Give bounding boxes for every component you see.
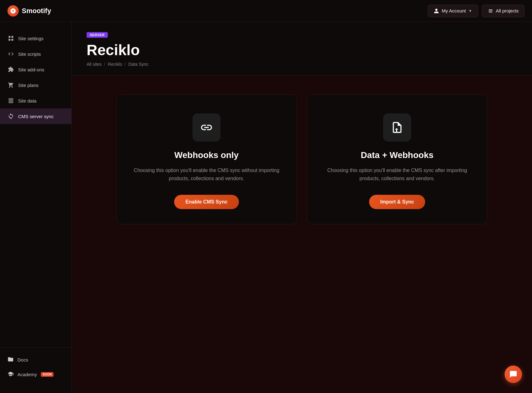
server-badge: SERVER	[87, 32, 108, 38]
sidebar-label-cms-server-sync: CMS server sync	[18, 114, 54, 119]
my-account-button[interactable]: My Account ▼	[428, 5, 478, 17]
graduation-icon	[7, 371, 14, 378]
chat-button[interactable]	[505, 366, 522, 383]
upload-icon-wrapper	[383, 113, 411, 141]
upload-file-icon	[391, 121, 404, 134]
page-title: Reciklo	[87, 41, 517, 59]
webhooks-icon-wrapper	[192, 113, 221, 141]
chevron-down-icon: ▼	[468, 9, 472, 13]
sidebar-item-cms-server-sync[interactable]: CMS server sync	[0, 108, 71, 124]
sync-icon	[7, 113, 14, 120]
breadcrumb-current: Data Sync	[128, 62, 149, 67]
data-webhooks-title: Data + Webhooks	[361, 150, 434, 160]
svg-rect-3	[12, 39, 13, 41]
sidebar-item-site-plans[interactable]: Site plans	[0, 77, 71, 93]
sidebar-footer: Docs Academy SOON	[0, 347, 71, 387]
webhooks-only-title: Webhooks only	[174, 150, 239, 160]
svg-rect-1	[12, 36, 13, 38]
table-icon	[7, 97, 14, 104]
data-webhooks-card: Data + Webhooks Choosing this option you…	[307, 94, 487, 224]
sidebar-item-site-settings[interactable]: Site settings	[0, 31, 71, 46]
app-name: Smootify	[22, 7, 51, 15]
breadcrumb-reciklo[interactable]: Reciklo	[108, 62, 122, 67]
main-content: SERVER Reciklo All sites / Reciklo / Dat…	[72, 22, 532, 393]
cards-container: Webhooks only Choosing this option you'l…	[115, 94, 489, 224]
data-webhooks-desc: Choosing this option you'll enable the C…	[322, 166, 472, 182]
code-icon	[7, 50, 14, 57]
header-right: My Account ▼ All projects	[428, 5, 525, 17]
sidebar-label-academy: Academy	[17, 372, 37, 377]
breadcrumb-sep-2: /	[125, 62, 126, 67]
sidebar-label-site-settings: Site settings	[18, 36, 44, 41]
breadcrumb-all-sites[interactable]: All sites	[87, 62, 102, 67]
all-projects-label: All projects	[496, 8, 519, 13]
soon-badge: SOON	[41, 372, 54, 377]
my-account-label: My Account	[442, 8, 466, 13]
webhooks-only-card: Webhooks only Choosing this option you'l…	[116, 94, 297, 224]
enable-cms-sync-button[interactable]: Enable CMS Sync	[174, 195, 239, 209]
content-area: Webhooks only Choosing this option you'l…	[72, 76, 532, 393]
sidebar-label-site-scripts: Site scripts	[18, 51, 41, 57]
sidebar-label-site-addons: Site add-ons	[18, 67, 44, 72]
sidebar-nav: Site settings Site scripts Site add-ons	[0, 28, 71, 347]
import-sync-button[interactable]: Import & Sync	[369, 195, 425, 209]
webhooks-only-desc: Choosing this option you'll enable the C…	[131, 166, 282, 182]
sidebar-label-docs: Docs	[17, 357, 28, 362]
logo-icon	[7, 5, 19, 17]
sidebar-item-site-addons[interactable]: Site add-ons	[0, 62, 71, 77]
sidebar: Site settings Site scripts Site add-ons	[0, 22, 72, 393]
link-icon	[200, 121, 213, 134]
logo-area: Smootify	[7, 5, 51, 17]
all-projects-button[interactable]: All projects	[482, 5, 525, 17]
header: Smootify My Account ▼ All projects	[0, 0, 532, 22]
breadcrumb: All sites / Reciklo / Data Sync	[87, 62, 517, 67]
svg-rect-2	[9, 39, 11, 41]
cart-icon	[7, 82, 14, 89]
folder-icon	[7, 356, 14, 363]
sidebar-label-site-plans: Site plans	[18, 83, 39, 88]
puzzle-icon	[7, 66, 14, 73]
sidebar-label-site-data: Site data	[18, 98, 36, 103]
sidebar-item-site-scripts[interactable]: Site scripts	[0, 46, 71, 62]
sidebar-item-site-data[interactable]: Site data	[0, 93, 71, 108]
layout: Site settings Site scripts Site add-ons	[0, 22, 532, 393]
sidebar-item-docs[interactable]: Docs	[0, 352, 71, 367]
sidebar-item-academy[interactable]: Academy SOON	[0, 367, 71, 382]
svg-rect-0	[9, 36, 11, 38]
settings-icon	[7, 35, 14, 42]
page-header: SERVER Reciklo All sites / Reciklo / Dat…	[72, 22, 532, 76]
breadcrumb-sep-1: /	[104, 62, 105, 67]
